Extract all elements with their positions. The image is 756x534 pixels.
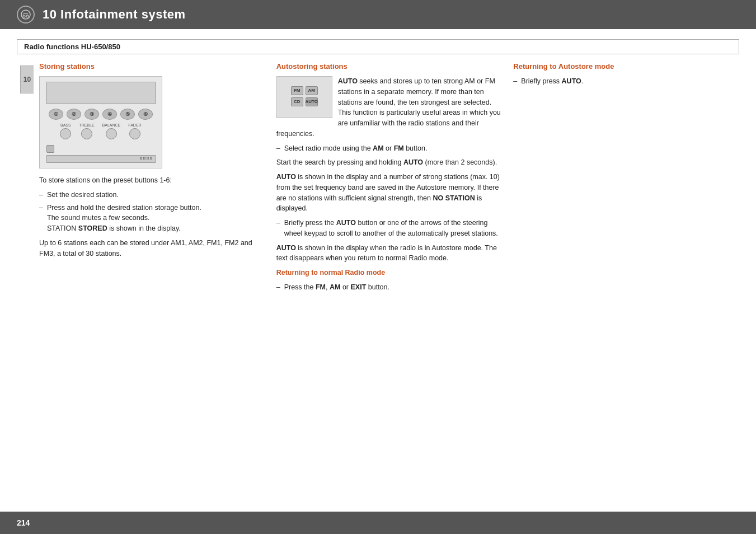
page-title: 10 Infotainment system	[43, 7, 186, 22]
col2-body: FM AM CD AUTO AUTO seeks and stores up t…	[276, 76, 503, 297]
columns: Storing stations ① ② ③ ④ ⑤ ⑥	[39, 62, 739, 504]
col1-body: To store stations on the preset buttons …	[39, 175, 265, 263]
knob-fader-knob	[129, 128, 140, 139]
preset-btn-6: ⑥	[138, 109, 153, 120]
col2-para2: Start the search by pressing and holding…	[276, 157, 503, 168]
col2-para3: AUTO is shown in the display and a numbe…	[276, 172, 503, 214]
col3-body: Briefly press AUTO.	[513, 76, 739, 91]
knob-treble-label: TREBLE	[79, 123, 94, 127]
radio-device-image: ① ② ③ ④ ⑤ ⑥ BASS	[39, 76, 162, 168]
radio-small-row2: CD AUTO	[291, 97, 318, 106]
col2-sub-title: Returning to normal Radio mode	[276, 268, 503, 278]
radio-screen	[46, 82, 156, 104]
tab-number: 10	[20, 65, 34, 93]
knob-bass-knob	[60, 128, 71, 139]
header-bar: 10 Infotainment system	[0, 0, 756, 29]
col1-step2: Press and hold the desired station stora…	[39, 203, 265, 234]
knob-bass: BASS	[60, 123, 71, 139]
knob-fader-label: FADER	[128, 123, 141, 127]
knob-treble: TREBLE	[79, 123, 94, 139]
col2-steps2: Briefly press the AUTO button or one of …	[276, 218, 503, 239]
content-area: 10 Storing stations ① ② ③ ④ ⑤	[17, 54, 739, 512]
main-content: Storing stations ① ② ③ ④ ⑤ ⑥	[34, 54, 739, 512]
col3-steps: Briefly press AUTO.	[513, 76, 739, 87]
col2-step2: Briefly press the AUTO button or one of …	[276, 218, 503, 239]
radio-display-bar: ⠿⠿⠿⠿	[46, 155, 156, 163]
knob-balance: BALANCE	[102, 123, 121, 139]
radio-preset-buttons: ① ② ③ ④ ⑤ ⑥	[49, 109, 153, 120]
col2-title: Autostoring stations	[276, 62, 503, 71]
svg-point-0	[21, 10, 30, 19]
preset-btn-2: ②	[67, 109, 81, 120]
col1-steps: Set the desired station. Press and hold …	[39, 190, 265, 234]
col-autostore-return: Returning to Autostore mode Briefly pres…	[513, 62, 739, 91]
rsb-am: AM	[306, 86, 318, 95]
col2-step1: Select radio mode using the AM or FM but…	[276, 143, 503, 154]
col1-intro: To store stations on the preset buttons …	[39, 175, 265, 186]
svg-point-2	[26, 15, 29, 17]
radio-small-row1: FM AM	[291, 86, 318, 95]
radio-knobs-row: BASS TREBLE BALANCE	[60, 123, 141, 139]
rsb-auto: AUTO	[306, 97, 318, 106]
col-autostoring: Autostoring stations FM AM CD AUTO	[276, 62, 503, 297]
radio-small-image: FM AM CD AUTO	[276, 76, 332, 118]
left-tab: 10	[17, 54, 34, 512]
svg-point-1	[23, 15, 25, 17]
col3-title: Returning to Autostore mode	[513, 62, 739, 71]
page-number: 214	[17, 518, 30, 527]
col1-title: Storing stations	[39, 62, 265, 71]
knob-fader: FADER	[128, 123, 141, 139]
col2-steps: Select radio mode using the AM or FM but…	[276, 143, 503, 154]
rsb-cd: CD	[291, 97, 303, 106]
preset-btn-5: ⑤	[120, 109, 135, 120]
footer-bar: 214	[0, 512, 756, 534]
knob-balance-label: BALANCE	[102, 123, 121, 127]
col-storing: Storing stations ① ② ③ ④ ⑤ ⑥	[39, 62, 265, 263]
section-label: Radio functions HU-650/850	[24, 43, 120, 51]
knob-bass-label: BASS	[60, 123, 71, 127]
knob-treble-knob	[81, 128, 92, 139]
radio-extra-btn	[46, 145, 54, 153]
preset-btn-4: ④	[102, 109, 117, 120]
col2-para4: AUTO is shown in the display when the ra…	[276, 243, 503, 264]
page-wrapper: 10 Infotainment system Radio functions H…	[0, 0, 756, 534]
col1-step1: Set the desired station.	[39, 190, 265, 200]
knob-balance-knob	[106, 128, 117, 139]
preset-btn-3: ③	[84, 109, 99, 120]
section-label-bar: Radio functions HU-650/850	[17, 39, 739, 54]
chapter-icon	[17, 6, 35, 24]
rsb-fm: FM	[291, 86, 303, 95]
col1-step3: Up to 6 stations each can be stored unde…	[39, 238, 265, 259]
preset-btn-1: ①	[49, 109, 63, 120]
col2-sub-step: Press the FM, AM or EXIT button.	[276, 282, 503, 293]
col2-sub-steps: Press the FM, AM or EXIT button.	[276, 282, 503, 293]
col3-step1: Briefly press AUTO.	[513, 76, 739, 87]
